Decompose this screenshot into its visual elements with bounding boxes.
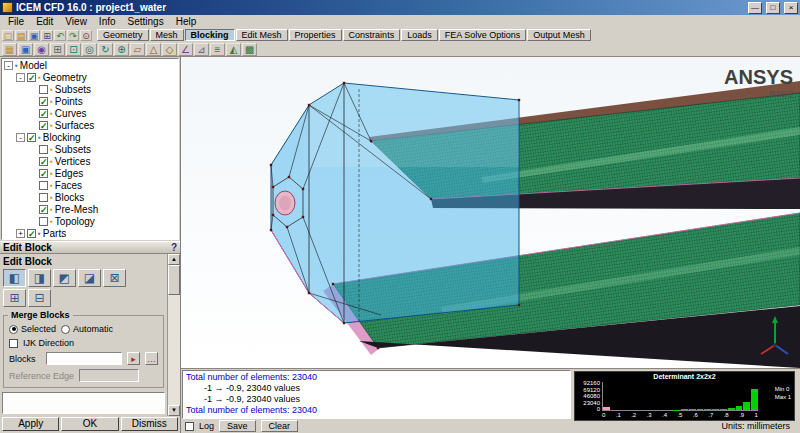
zoom-window-icon[interactable]: ◎ xyxy=(82,43,97,56)
tab-loads[interactable]: Loads xyxy=(401,29,438,41)
screenshot-icon[interactable]: ◉ xyxy=(34,43,49,56)
redo-icon[interactable]: ↷ xyxy=(67,30,79,41)
tree-item-blocks[interactable]: ▪Blocks xyxy=(2,191,178,203)
visibility-checkbox[interactable]: ✓ xyxy=(39,109,48,118)
convert-block-type-tool[interactable]: ◪ xyxy=(78,269,101,287)
visibility-checkbox[interactable] xyxy=(39,145,48,154)
log-checkbox[interactable] xyxy=(185,422,194,431)
histogram-bar[interactable] xyxy=(712,409,719,410)
blocks-input[interactable] xyxy=(46,352,122,365)
front-view-icon[interactable]: ▱ xyxy=(130,43,145,56)
clear-button[interactable]: Clear xyxy=(261,420,299,432)
undo-icon[interactable]: ↶ xyxy=(54,30,66,41)
title-bar[interactable]: ICEM CFD 16.0 : project1_water — □ × xyxy=(0,0,800,15)
merge-blocks-tool[interactable]: ◧ xyxy=(3,269,26,287)
apply-button[interactable]: Apply xyxy=(2,417,59,431)
tab-blocking[interactable]: Blocking xyxy=(185,29,235,41)
tree-item-vertices[interactable]: ✓▪Vertices xyxy=(2,155,178,167)
transform-blocks-tool[interactable]: ⊞ xyxy=(3,289,26,307)
tree-item-geometry[interactable]: -✓▪Geometry xyxy=(2,71,178,83)
ijk-direction-row[interactable]: IJK Direction xyxy=(8,336,159,350)
menu-help[interactable]: Help xyxy=(170,15,203,28)
fit-window-icon[interactable]: ⊡ xyxy=(66,43,81,56)
save-project-icon[interactable]: ▣ xyxy=(28,30,40,41)
tree-item-points[interactable]: ✓▪Points xyxy=(2,95,178,107)
scroll-up-icon[interactable]: ▲ xyxy=(168,254,180,265)
menu-view[interactable]: View xyxy=(59,15,93,28)
wireframe-display-icon[interactable]: ≡ xyxy=(210,43,225,56)
tree-item-pre-mesh[interactable]: ✓▪Pre-Mesh xyxy=(2,203,178,215)
scroll-thumb[interactable] xyxy=(168,265,180,295)
histogram-bar[interactable] xyxy=(743,402,750,410)
radio-selected[interactable]: Selected xyxy=(9,324,56,334)
menu-info[interactable]: Info xyxy=(93,15,122,28)
tree-item-subsets[interactable]: ▪Subsets xyxy=(2,83,178,95)
tree-expander-icon[interactable]: + xyxy=(16,229,25,238)
visibility-checkbox[interactable] xyxy=(39,193,48,202)
visibility-checkbox[interactable]: ✓ xyxy=(39,97,48,106)
tab-constraints[interactable]: Constraints xyxy=(343,29,401,41)
histogram-bar[interactable] xyxy=(603,407,610,410)
histogram-bar[interactable] xyxy=(720,409,727,410)
open-project-icon[interactable]: ▤ xyxy=(15,30,27,41)
tree-item-curves[interactable]: ✓▪Curves xyxy=(2,107,178,119)
radio-icon-automatic[interactable] xyxy=(61,325,70,334)
tree-item-faces[interactable]: ▪Faces xyxy=(2,179,178,191)
shaded-display-icon[interactable]: ▩ xyxy=(242,43,257,56)
copy-icon[interactable]: ⊞ xyxy=(41,30,53,41)
pan-view-icon[interactable]: ⊕ xyxy=(114,43,129,56)
visibility-checkbox[interactable]: ✓ xyxy=(39,205,48,214)
histogram-bar[interactable] xyxy=(704,409,711,410)
tab-edit-mesh[interactable]: Edit Mesh xyxy=(236,29,288,41)
select-blocks-icon[interactable]: ▸ xyxy=(127,352,140,365)
split-block-tool[interactable]: ◨ xyxy=(28,269,51,287)
visibility-checkbox[interactable]: ✓ xyxy=(39,157,48,166)
histogram-bar[interactable] xyxy=(736,406,743,410)
open-geometry-icon[interactable]: ▦ xyxy=(2,43,17,56)
tab-fea-solve-options[interactable]: FEA Solve Options xyxy=(439,29,527,41)
visibility-checkbox[interactable]: ✓ xyxy=(39,169,48,178)
viewport[interactable]: ANSYS R16.0 xyxy=(181,57,800,368)
tree-item-edges[interactable]: ✓▪Edges xyxy=(2,167,178,179)
visibility-checkbox[interactable]: ✓ xyxy=(27,229,36,238)
visibility-checkbox[interactable] xyxy=(39,217,48,226)
tree-expander-icon[interactable]: - xyxy=(4,61,13,70)
close-button[interactable]: × xyxy=(784,2,798,14)
save-button[interactable]: Save xyxy=(219,420,256,432)
scroll-down-icon[interactable]: ▼ xyxy=(168,405,180,416)
ok-button[interactable]: OK xyxy=(61,417,118,431)
tree-item-blocking[interactable]: -✓▪Blocking xyxy=(2,131,178,143)
histogram-bar[interactable] xyxy=(697,409,704,410)
message-log[interactable]: Total number of elements: 23040-1 → -0.9… xyxy=(182,370,571,419)
modify-ogrid-tool[interactable]: ◩ xyxy=(53,269,76,287)
tab-mesh[interactable]: Mesh xyxy=(150,29,184,41)
visibility-checkbox[interactable]: ✓ xyxy=(27,133,36,142)
maximize-button[interactable]: □ xyxy=(766,2,780,14)
visibility-checkbox[interactable]: ✓ xyxy=(39,121,48,130)
menu-edit[interactable]: Edit xyxy=(30,15,59,28)
minimize-button[interactable]: — xyxy=(748,2,762,14)
menu-settings[interactable]: Settings xyxy=(122,15,170,28)
rotate-view-icon[interactable]: ↻ xyxy=(98,43,113,56)
tree-expander-icon[interactable]: - xyxy=(16,73,25,82)
histogram-bar[interactable] xyxy=(728,408,735,410)
solid-display-icon[interactable]: ◭ xyxy=(226,43,241,56)
quality-histogram[interactable]: Determinant 2x2x2 921606912046080230400 … xyxy=(574,371,795,421)
3d-scene[interactable]: ANSYS R16.0 xyxy=(181,57,800,368)
print-icon[interactable]: ⊞ xyxy=(50,43,65,56)
visibility-checkbox[interactable] xyxy=(39,181,48,190)
panel-scrollbar[interactable]: ▲ ▼ xyxy=(167,254,180,416)
new-project-icon[interactable]: ▢ xyxy=(2,30,14,41)
visibility-checkbox[interactable]: ✓ xyxy=(27,73,36,82)
delete-block-tool[interactable]: ⊠ xyxy=(103,269,126,287)
help-icon[interactable]: ? xyxy=(171,242,177,253)
tree-expander-icon[interactable]: - xyxy=(16,133,25,142)
visibility-checkbox[interactable] xyxy=(39,85,48,94)
tab-properties[interactable]: Properties xyxy=(289,29,342,41)
model-tree[interactable]: -▪Model-✓▪Geometry▪Subsets✓▪Points✓▪Curv… xyxy=(1,58,179,240)
histogram-bar[interactable] xyxy=(751,389,758,410)
tree-item-model[interactable]: -▪Model xyxy=(2,59,178,71)
edit-block-panel-header[interactable]: Edit Block ? xyxy=(0,241,180,254)
local-axis-icon[interactable]: ⊿ xyxy=(194,43,209,56)
save-blocking-icon[interactable]: ▣ xyxy=(18,43,33,56)
